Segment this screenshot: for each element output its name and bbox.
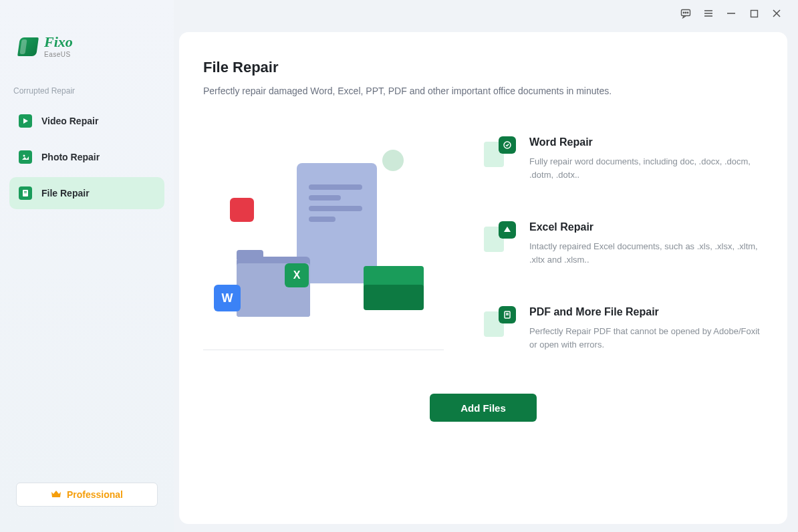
video-icon — [19, 114, 32, 128]
page-subtitle: Perfectly repair damaged Word, Excel, PP… — [203, 86, 763, 96]
feature-desc: Intactly repaired Excel documents, such … — [529, 240, 763, 266]
svg-rect-16 — [24, 192, 27, 193]
minimize-icon[interactable] — [726, 8, 737, 19]
brand-name: Fixo — [44, 35, 73, 49]
svg-point-12 — [23, 155, 25, 157]
menu-icon[interactable] — [703, 8, 714, 19]
app-logo: Fixo EaseUS — [0, 35, 174, 58]
feature-word-repair: Word Repair Fully repair word documents,… — [484, 136, 763, 181]
svg-marker-13 — [22, 156, 29, 160]
sidebar-item-photo-repair[interactable]: Photo Repair — [9, 141, 164, 173]
feature-pdf-repair: PDF and More File Repair Perfectly Repai… — [484, 306, 763, 351]
svg-marker-11 — [23, 118, 28, 124]
sidebar-item-label: File Repair — [41, 188, 90, 198]
word-repair-icon — [499, 136, 516, 154]
excel-icon: X — [285, 263, 309, 287]
feature-list: Word Repair Fully repair word documents,… — [484, 130, 763, 351]
close-icon[interactable] — [771, 8, 782, 19]
page-title: File Repair — [203, 59, 763, 76]
pdf-repair-icon — [499, 306, 516, 323]
title-bar — [664, 0, 798, 27]
maximize-icon[interactable] — [749, 8, 759, 19]
sidebar-item-label: Photo Repair — [41, 152, 100, 162]
sidebar-item-video-repair[interactable]: Video Repair — [9, 105, 164, 137]
svg-marker-19 — [504, 227, 511, 232]
feature-title: Word Repair — [529, 136, 763, 148]
feedback-icon[interactable] — [680, 8, 691, 19]
sidebar: Fixo EaseUS Corrupted Repair Video Repai… — [0, 0, 174, 532]
crown-icon — [51, 489, 61, 501]
feature-excel-repair: Excel Repair Intactly repaired Excel doc… — [484, 221, 763, 266]
svg-point-2 — [685, 12, 686, 13]
feature-title: Excel Repair — [529, 221, 763, 233]
svg-rect-8 — [751, 10, 757, 17]
logo-mark-icon — [17, 37, 39, 56]
svg-point-1 — [683, 12, 684, 13]
professional-label: Professional — [67, 489, 123, 500]
file-icon — [19, 186, 32, 200]
feature-title: PDF and More File Repair — [529, 306, 763, 318]
feature-desc: Fully repair word documents, including d… — [529, 155, 763, 181]
sidebar-section-label: Corrupted Repair — [0, 86, 174, 96]
photo-icon — [19, 150, 32, 164]
svg-rect-15 — [24, 191, 27, 192]
svg-point-3 — [687, 12, 688, 13]
professional-button[interactable]: Professional — [16, 483, 158, 507]
document-lines — [309, 184, 362, 227]
pdf-icon — [230, 198, 254, 222]
brand-sub: EaseUS — [44, 51, 73, 58]
feature-desc: Perfectly Repair PDF that cannot be open… — [529, 325, 763, 351]
word-icon: W — [214, 285, 241, 311]
excel-repair-icon — [499, 221, 516, 239]
main-panel: File Repair Perfectly repair damaged Wor… — [179, 32, 787, 524]
sidebar-item-file-repair[interactable]: File Repair — [9, 177, 164, 209]
toolbox-icon — [364, 257, 424, 310]
sidebar-item-label: Video Repair — [41, 116, 98, 126]
svg-marker-17 — [51, 491, 61, 497]
illustration: X W — [203, 156, 444, 350]
add-files-button[interactable]: Add Files — [430, 394, 537, 422]
